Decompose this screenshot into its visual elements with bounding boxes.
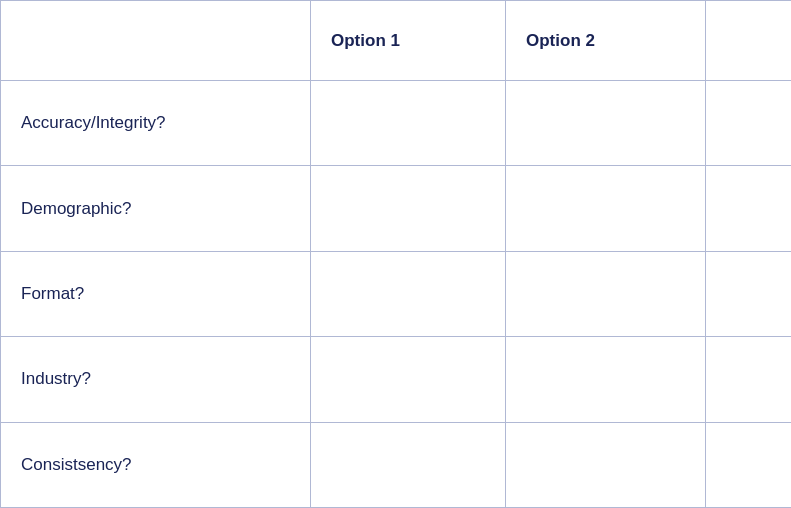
table-row: Industry?: [1, 337, 792, 422]
row-option2-1: [506, 166, 706, 251]
row-extra-1: [706, 166, 792, 251]
row-extra-4: [706, 422, 792, 507]
comparison-table: Option 1 Option 2 Accuracy/Integrity?Dem…: [0, 0, 791, 508]
row-label-0: Accuracy/Integrity?: [1, 81, 311, 166]
row-option1-0: [311, 81, 506, 166]
row-label-4: Consistsency?: [1, 422, 311, 507]
row-option2-2: [506, 251, 706, 336]
row-extra-2: [706, 251, 792, 336]
header-extra-col: [706, 1, 792, 81]
row-option2-4: [506, 422, 706, 507]
row-label-3: Industry?: [1, 337, 311, 422]
row-option2-0: [506, 81, 706, 166]
row-option1-1: [311, 166, 506, 251]
row-label-1: Demographic?: [1, 166, 311, 251]
header-option2: Option 2: [506, 1, 706, 81]
header-option1: Option 1: [311, 1, 506, 81]
row-option1-3: [311, 337, 506, 422]
table-header-row: Option 1 Option 2: [1, 1, 792, 81]
header-label-col: [1, 1, 311, 81]
row-option1-4: [311, 422, 506, 507]
row-extra-0: [706, 81, 792, 166]
table-row: Consistsency?: [1, 422, 792, 507]
row-option1-2: [311, 251, 506, 336]
row-extra-3: [706, 337, 792, 422]
table-row: Format?: [1, 251, 792, 336]
comparison-table-wrapper: Option 1 Option 2 Accuracy/Integrity?Dem…: [0, 0, 791, 508]
table-row: Accuracy/Integrity?: [1, 81, 792, 166]
table-row: Demographic?: [1, 166, 792, 251]
row-option2-3: [506, 337, 706, 422]
row-label-2: Format?: [1, 251, 311, 336]
